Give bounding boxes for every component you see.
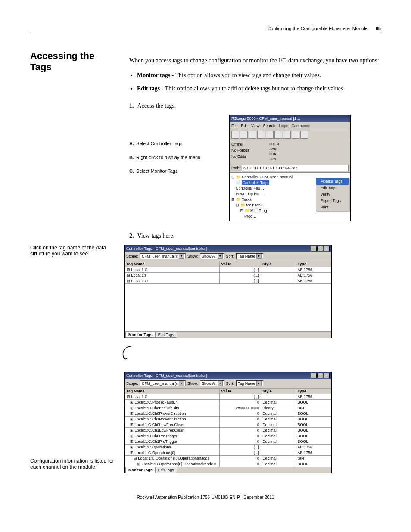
show-label: Show: [187,254,198,258]
page-header: Configuring the Configurable Flowmeter M… [30,26,381,33]
tab-monitor-tags[interactable]: Monitor Tags [125,467,156,473]
context-menu: Monitor Tags Edit Tags Verify Export Tag… [316,178,349,211]
col-style[interactable]: Style [261,389,296,394]
tags-grid[interactable]: Tag Name Value Style Type ⊞ Local:1:C{..… [125,388,331,467]
led-ok: OK [269,147,279,152]
tree-prog[interactable]: Prog… [231,214,349,219]
callout-b: B. Right-click to display the menu [129,154,224,161]
menu-logic[interactable]: Logic [279,123,288,129]
col-tagname[interactable]: Tag Name [125,389,220,394]
controller-tree[interactable]: ⊟ 📁 Controller CFM_user_manual 📄 Control… [230,173,350,221]
menu-comm[interactable]: Communic [291,123,310,129]
tab-edit-tags[interactable]: Edit Tags [155,332,177,338]
show-select[interactable]: Show All▼ [200,253,224,259]
close-button[interactable]: × [324,373,330,378]
intro-paragraph: When you access tags to change configura… [129,56,381,65]
table-row[interactable]: ⊞ Local:1:C.Ch1ProverDirection0DecimalBO… [125,417,331,422]
menu-file[interactable]: File [231,123,238,129]
tab-edit-tags[interactable]: Edit Tags [155,467,177,473]
col-value[interactable]: Value [220,261,261,267]
menu-monitor-tags[interactable]: Monitor Tags [316,178,349,185]
col-type[interactable]: Type [296,389,331,394]
path-label: Path: [231,165,240,171]
minimize-button[interactable]: _ [311,373,317,378]
table-row[interactable]: ⊞ Local:1:C.Ch0ProverDirection0DecimalBO… [125,411,331,417]
led-run: RUN [269,142,279,147]
show-label: Show: [187,381,198,386]
flow-arrow-icon [121,344,142,366]
led-bat: BAT [269,152,279,157]
chapter-title: Configuring the Configurable Flowmeter M… [267,26,368,31]
tags-grid[interactable]: Tag Name Value Style Type ⊞ Local:1:C{..… [125,261,331,284]
minimize-button[interactable]: _ [311,246,317,251]
menubar[interactable]: File Edit View Search Logic Communic [230,122,350,130]
side-note-2: Configuration information is listed for … [30,372,116,470]
table-row[interactable]: ⊞ Local:1:C.Ch0LowFreqClear0DecimalBOOL [125,422,331,428]
table-row[interactable]: ⊞ Local:1:C.ProgToFaultEn0DecimalBOOL [125,400,331,405]
table-row[interactable]: ⊞ Local:1:C{...}AB:1756 [125,267,331,273]
menu-export-tags[interactable]: Export Tags… [316,198,349,204]
path-value[interactable]: AB_ETH-1\10.151.138.164\Bac [242,165,349,171]
menu-search[interactable]: Search [263,123,275,129]
sort-label: Sort: [226,254,234,258]
step-2: 2.View tags here. [129,232,381,240]
table-row[interactable]: ⊞ Local:1:C.Ch0PreTrigger0DecimalBOOL [125,433,331,439]
table-row[interactable]: ⊞ Local:1:C.Operations[0].OperationalMod… [125,456,331,461]
menu-view[interactable]: View [251,123,259,129]
window-titlebar[interactable]: RSLogix 5000 - CFM_user_manual [1… [230,115,350,122]
toolbar-button[interactable] [240,131,248,139]
table-row[interactable]: ⊞ Local:1:C.Ch1PreTrigger0DecimalBOOL [125,439,331,445]
menu-edit-tags[interactable]: Edit Tags [316,185,349,191]
step-1: 1.Access the tags. [129,102,381,110]
scope-select[interactable]: CFM_user_manual(c▼ [140,380,186,386]
col-tagname[interactable]: Tag Name [125,261,220,267]
menu-print[interactable]: Print [316,204,349,211]
table-row[interactable]: ⊞ Local:1:C{...}AB:1756 [125,394,331,400]
table-row[interactable]: ⊞ Local:1:O{...}AB:1756 [125,278,331,284]
toolbar-button[interactable] [231,131,239,139]
scope-label: Scope: [126,381,138,386]
sort-select[interactable]: Tag Name▼ [236,253,263,259]
led-io: I/O [269,157,279,162]
scope-label: Scope: [126,254,138,258]
bullet-edit: Edit tags - This option allows you to ad… [137,84,381,93]
maximize-button[interactable]: □ [317,373,323,378]
table-row[interactable]: ⊞ Local:1:C.ChannelCfgBits2#0000_0000Bin… [125,405,331,411]
table-row[interactable]: ⊞ Local:1:C.Operations[0].OperationalMod… [125,461,331,467]
callout-c: C. Select Monitor Tags [129,168,224,175]
callout-a: A. Select Controller Tags [129,140,224,147]
toolbar-button[interactable] [266,131,274,139]
toolbar-button[interactable] [249,131,256,139]
toolbar-button[interactable] [292,131,299,139]
status-forces: No Forces [231,148,266,153]
maximize-button[interactable]: □ [317,246,323,251]
toolbar [230,130,350,140]
toolbar-button[interactable] [300,131,308,139]
window-title: Controller Tags - CFM_user_manual(contro… [126,246,207,251]
col-style[interactable]: Style [261,261,296,267]
table-row[interactable]: ⊞ Local:1:C.Operations{...}AB:1756 [125,445,331,450]
status-edits: No Edits [231,154,266,159]
table-row[interactable]: ⊞ Local:1:C.Operations[0]{...}AB:1756 [125,450,331,456]
toolbar-button[interactable] [274,131,282,139]
toolbar-button[interactable] [257,131,265,139]
tab-monitor-tags[interactable]: Monitor Tags [125,332,156,338]
controller-tags-window-1: Controller Tags - CFM_user_manual(contro… [124,245,332,338]
menu-verify[interactable]: Verify [316,191,349,198]
sort-select[interactable]: Tag Name▼ [236,380,263,386]
col-value[interactable]: Value [220,389,261,394]
scope-select[interactable]: CFM_user_manual(c▼ [140,253,186,259]
table-row[interactable]: ⊞ Local:1:I{...}AB:1756 [125,273,331,278]
close-button[interactable]: × [324,246,330,251]
side-note-1: Click on the tag name of the data struct… [30,245,116,257]
show-select[interactable]: Show All▼ [200,380,224,386]
publication-footer: Rockwell Automation Publication 1756-UM0… [30,495,381,500]
toolbar-button[interactable] [283,131,291,139]
section-title: Accessing the Tags [30,50,116,73]
menu-edit[interactable]: Edit [241,123,248,129]
status-offline: Offline [231,142,266,147]
rslogix-window: RSLogix 5000 - CFM_user_manual [1… File … [229,115,351,221]
col-type[interactable]: Type [296,261,331,267]
table-row[interactable]: ⊞ Local:1:C.Ch1LowFreqClear0DecimalBOOL [125,428,331,433]
window-title: Controller Tags - CFM_user_manual(contro… [126,373,207,378]
